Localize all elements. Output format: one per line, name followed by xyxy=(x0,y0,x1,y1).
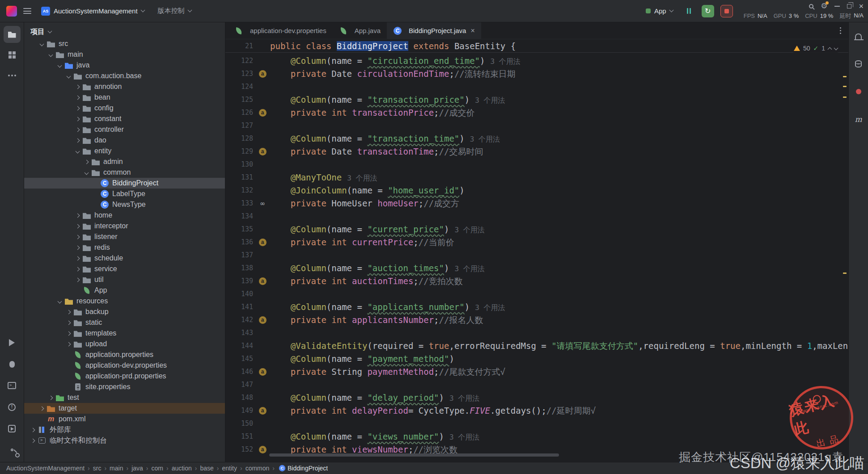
chevron-closed-icon[interactable] xyxy=(64,339,73,349)
tab-options-button[interactable] xyxy=(833,22,848,39)
debug-toolwindow-button[interactable] xyxy=(4,356,21,373)
tree-item-backup[interactable]: backup xyxy=(24,306,225,317)
code-line[interactable]: 148 @Column(name = "delay_period")3 个用法 xyxy=(225,391,848,404)
chevron-closed-icon[interactable] xyxy=(38,403,47,414)
tree-item-application.properties[interactable]: application.properties xyxy=(24,349,225,360)
problems-toolwindow-button[interactable] xyxy=(4,398,21,415)
tree-item-home[interactable]: home xyxy=(24,210,225,221)
tree-item-admin[interactable]: admin xyxy=(24,156,225,167)
code-line[interactable]: 129a private Date transactionTime;//交易时间 xyxy=(225,145,848,158)
tree-item-config[interactable]: config xyxy=(24,103,225,113)
usages-inlay-hint[interactable]: 3 个用法 xyxy=(475,303,505,312)
tree-item-src[interactable]: src xyxy=(24,38,225,49)
code-line[interactable]: 123a private Date circulationEndTime;//流… xyxy=(225,67,848,80)
tree-item-test[interactable]: test xyxy=(24,392,225,403)
chevron-open-icon[interactable] xyxy=(82,167,91,178)
usages-inlay-hint[interactable]: 3 个用法 xyxy=(491,57,521,66)
chevron-closed-icon[interactable] xyxy=(73,113,82,124)
tree-item-BiddingProject[interactable]: BiddingProject xyxy=(24,178,225,189)
breadcrumb-src[interactable]: src xyxy=(93,465,102,472)
code-editor[interactable]: 122 @Column(name = "circulation_end_time… xyxy=(225,53,848,462)
close-tab-icon[interactable]: × xyxy=(470,27,474,35)
close-button[interactable]: × xyxy=(859,2,864,10)
tree-item-service[interactable]: service xyxy=(24,264,225,274)
tree-item-entity[interactable]: entity xyxy=(24,146,225,156)
tree-item-target[interactable]: target xyxy=(24,403,225,414)
tree-item-annotion[interactable]: annotion xyxy=(24,81,225,92)
tree-item-pom.xml[interactable]: pom.xml xyxy=(24,414,225,424)
chevron-closed-icon[interactable] xyxy=(73,221,82,231)
jpa-attribute-gutter-icon[interactable]: a xyxy=(259,148,267,155)
chevron-closed-icon[interactable] xyxy=(64,328,73,339)
breadcrumb-BiddingProject[interactable]: BiddingProject xyxy=(278,464,328,473)
tab-BiddingProject.java[interactable]: BiddingProject.java× xyxy=(387,22,481,39)
chevron-closed-icon[interactable] xyxy=(47,392,55,403)
jpa-attribute-gutter-icon[interactable]: a xyxy=(259,407,267,415)
chevron-closed-icon[interactable] xyxy=(29,435,38,446)
tree-item-schedule[interactable]: schedule xyxy=(24,253,225,264)
database-toolwindow-button[interactable] xyxy=(851,56,866,71)
vcs-widget[interactable]: 版本控制 xyxy=(154,4,195,17)
code-line[interactable]: 139a private int auctionTimes;//竞拍次数 xyxy=(225,275,848,288)
jpa-attribute-gutter-icon[interactable]: a xyxy=(259,316,267,324)
jpa-relation-gutter-icon[interactable]: ∞ xyxy=(260,200,265,207)
tree-item-application-prd.properties[interactable]: application-prd.properties xyxy=(24,371,225,382)
profile-button[interactable] xyxy=(683,5,695,17)
tree-item-LabelType[interactable]: LabelType xyxy=(24,189,225,199)
usages-inlay-hint[interactable]: 3 个用法 xyxy=(470,135,500,143)
usages-inlay-hint[interactable]: 3 个用法 xyxy=(449,433,479,441)
project-widget[interactable]: AS AuctionSystemManagement xyxy=(38,4,148,18)
usages-inlay-hint[interactable]: 3 个用法 xyxy=(347,174,377,182)
jpa-attribute-gutter-icon[interactable]: a xyxy=(259,277,267,285)
tree-item-bean[interactable]: bean xyxy=(24,92,225,103)
tree-item-constant[interactable]: constant xyxy=(24,113,225,124)
usages-inlay-hint[interactable]: 3 个用法 xyxy=(475,96,505,105)
tree-item-listener[interactable]: listener xyxy=(24,231,225,242)
code-line[interactable]: 150 xyxy=(225,417,848,430)
breadcrumb-base[interactable]: base xyxy=(200,465,213,472)
chevron-closed-icon[interactable] xyxy=(64,317,73,328)
tab-application-dev.properties[interactable]: application-dev.properties xyxy=(228,22,333,39)
horizontal-scrollbar[interactable] xyxy=(269,453,559,457)
chevron-closed-icon[interactable] xyxy=(82,156,91,167)
tree-item-resources[interactable]: resources xyxy=(24,296,225,306)
code-line[interactable]: 130 xyxy=(225,158,848,171)
chevron-closed-icon[interactable] xyxy=(29,424,38,435)
breadcrumb-main[interactable]: main xyxy=(110,465,123,472)
chevron-closed-icon[interactable] xyxy=(73,253,82,264)
tree-item-static[interactable]: static xyxy=(24,317,225,328)
tree-item-main[interactable]: main xyxy=(24,49,225,60)
tree-item-controller[interactable]: controller xyxy=(24,124,225,135)
chevron-open-icon[interactable] xyxy=(73,146,82,156)
previous-issue-icon[interactable] xyxy=(828,47,832,51)
main-menu-icon[interactable] xyxy=(23,8,31,14)
tree-item-upload[interactable]: upload xyxy=(24,339,225,349)
tree-item-redis[interactable]: redis xyxy=(24,242,225,253)
chevron-open-icon[interactable] xyxy=(55,296,64,306)
restore-button[interactable] xyxy=(847,4,851,8)
tree-item-interceptor[interactable]: interceptor xyxy=(24,221,225,231)
minimize-button[interactable] xyxy=(834,6,840,7)
breadcrumb-AuctionSystemManagement[interactable]: AuctionSystemManagement xyxy=(6,465,85,472)
code-line[interactable]: 132 @JoinColumn(name = "home_user_id") xyxy=(225,184,848,197)
code-line[interactable]: 125 @Column(name = "transaction_price")3… xyxy=(225,93,848,106)
code-line[interactable]: 149a private int delayPeriod= CycleType.… xyxy=(225,404,848,417)
breadcrumb-common[interactable]: common xyxy=(246,465,270,472)
sticky-header-line[interactable]: 21 public class BiddingProject extends B… xyxy=(225,39,848,53)
notifications-toolwindow-button[interactable] xyxy=(851,29,866,44)
git-toolwindow-button[interactable] xyxy=(4,441,21,458)
rerun-button[interactable]: ↻ xyxy=(702,5,714,17)
next-issue-icon[interactable] xyxy=(834,46,838,50)
jpa-attribute-gutter-icon[interactable]: a xyxy=(259,446,267,453)
chevron-closed-icon[interactable] xyxy=(64,306,73,317)
chevron-closed-icon[interactable] xyxy=(73,135,82,146)
chevron-closed-icon[interactable] xyxy=(73,92,82,103)
chevron-closed-icon[interactable] xyxy=(73,103,82,113)
code-line[interactable]: 128 @Column(name = "transaction_time")3 … xyxy=(225,132,848,145)
stop-button[interactable] xyxy=(720,5,733,17)
more-toolwindow-button[interactable] xyxy=(4,67,21,84)
usages-inlay-hint[interactable]: 3 个用法 xyxy=(454,264,484,273)
gear-icon[interactable]: ⚙ xyxy=(821,2,827,10)
code-line[interactable]: 134 xyxy=(225,210,848,223)
chevron-closed-icon[interactable] xyxy=(73,274,82,285)
